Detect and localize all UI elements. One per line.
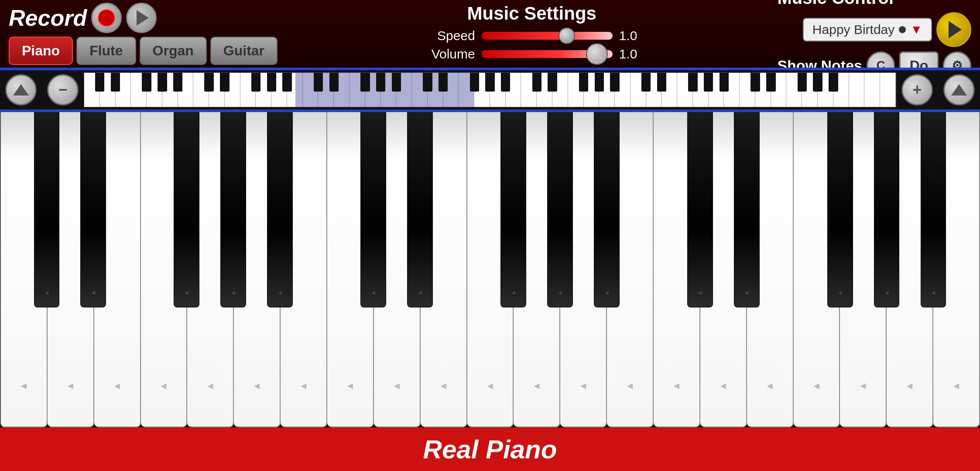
zoom-out-button[interactable]: − xyxy=(47,74,79,106)
speed-value: 1.0 xyxy=(619,28,641,43)
music-control-row: Happy Birtday ▼ xyxy=(803,12,971,47)
piano-section: − // Will be rendered by JS + xyxy=(0,68,980,427)
record-dot-icon xyxy=(98,9,115,27)
piano-main-container: ◄◄◄◄◄◄◄◄◄◄◄◄◄◄◄◄◄◄◄◄◄ ◄◄◄◄◄◄◄◄◄◄◄◄◄◄◄ xyxy=(0,112,980,427)
black-key-3[interactable]: ◄ xyxy=(220,112,246,307)
zoom-in-button[interactable]: + xyxy=(901,74,933,106)
black-key-6[interactable]: ◄ xyxy=(407,112,433,307)
record-title-row: Record xyxy=(9,3,157,33)
black-key-1[interactable]: ◄ xyxy=(80,112,106,307)
piano-highlight-region xyxy=(295,73,474,107)
music-control-title: Music Control xyxy=(777,0,894,8)
volume-label: Volume xyxy=(423,47,475,61)
record-button[interactable] xyxy=(91,3,122,33)
speed-slider-row: Speed 1.0 xyxy=(423,28,641,43)
octave-up-right-button[interactable] xyxy=(943,74,975,106)
record-title: Record xyxy=(9,5,87,31)
dropdown-arrow-icon: ▼ xyxy=(910,23,922,37)
instrument-guitar-button[interactable]: Guitar xyxy=(210,37,278,65)
minus-icon: − xyxy=(58,81,67,99)
music-settings-title: Music Settings xyxy=(467,3,596,24)
black-key-11[interactable]: ◄ xyxy=(734,112,760,307)
volume-slider-row: Volume 1.0 xyxy=(423,47,641,61)
plus-icon: + xyxy=(912,81,922,99)
speed-slider-thumb[interactable] xyxy=(559,27,575,44)
black-key-8[interactable]: ◄ xyxy=(547,112,573,307)
piano-keys-area: ◄◄◄◄◄◄◄◄◄◄◄◄◄◄◄◄◄◄◄◄◄ ◄◄◄◄◄◄◄◄◄◄◄◄◄◄◄ xyxy=(0,112,980,427)
instrument-flute-button[interactable]: Flute xyxy=(76,37,136,65)
song-name: Happy Birtday xyxy=(812,22,894,37)
black-key-5[interactable]: ◄ xyxy=(360,112,386,307)
black-key-0[interactable]: ◄ xyxy=(34,112,60,307)
record-section: Record Piano Flute Organ Guitar xyxy=(9,3,278,65)
instrument-organ-button[interactable]: Organ xyxy=(140,37,207,65)
main-content: − // Will be rendered by JS + xyxy=(0,68,980,471)
black-key-14[interactable]: ◄ xyxy=(921,112,946,307)
mini-piano-strip[interactable]: // Will be rendered by JS xyxy=(84,72,896,107)
header: Record Piano Flute Organ Guitar Music Se… xyxy=(0,0,980,68)
octave-up-left-button[interactable] xyxy=(5,74,37,106)
play-record-button[interactable] xyxy=(126,3,157,33)
black-key-12[interactable]: ◄ xyxy=(827,112,853,307)
instrument-piano-button[interactable]: Piano xyxy=(9,37,73,65)
black-key-13[interactable]: ◄ xyxy=(874,112,900,307)
volume-slider-thumb[interactable] xyxy=(586,43,608,65)
volume-value: 1.0 xyxy=(619,47,641,61)
black-key-2[interactable]: ◄ xyxy=(174,112,199,307)
volume-slider-track[interactable] xyxy=(482,50,613,58)
play-song-button[interactable] xyxy=(936,12,971,47)
speed-label: Speed xyxy=(423,28,475,43)
black-key-4[interactable]: ◄ xyxy=(267,112,293,307)
song-selector[interactable]: Happy Birtday ▼ xyxy=(803,18,932,41)
music-settings-section: Music Settings Speed 1.0 Volume 1.0 xyxy=(286,3,777,65)
black-key-10[interactable]: ◄ xyxy=(687,112,713,307)
song-dot-icon xyxy=(899,26,906,33)
app-title: Real Piano xyxy=(423,434,557,464)
instrument-buttons: Piano Flute Organ Guitar xyxy=(9,37,278,65)
bottom-bar: Real Piano xyxy=(0,427,980,471)
piano-nav-row: − // Will be rendered by JS + xyxy=(0,70,980,109)
speed-slider-track[interactable] xyxy=(482,32,613,40)
black-key-7[interactable]: ◄ xyxy=(500,112,526,307)
black-key-9[interactable]: ◄ xyxy=(594,112,620,307)
